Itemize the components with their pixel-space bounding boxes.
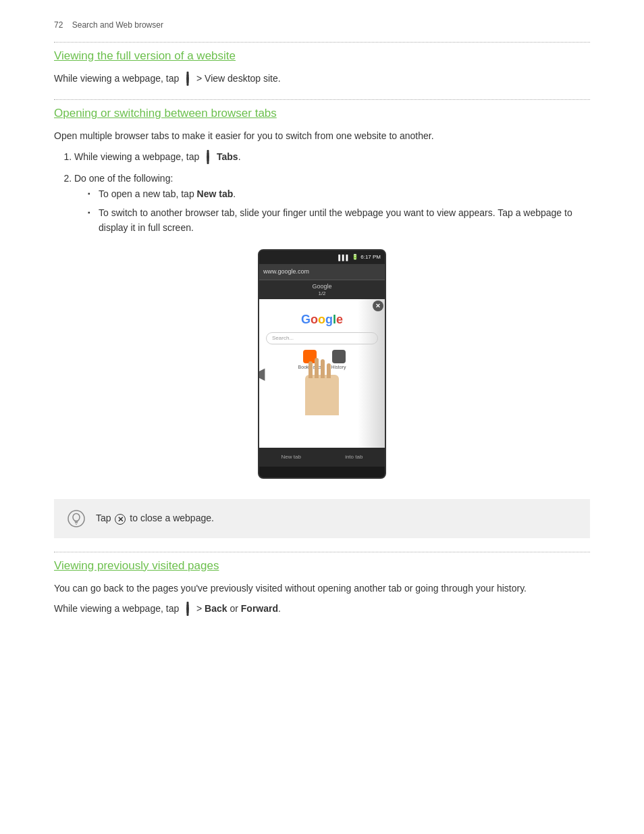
into-tab-label: into tab [345, 454, 363, 460]
steps-list: While viewing a webpage, tap Tabs. Do on… [74, 149, 590, 236]
phone-screenshot: ▌▌▌ 🔋 6:17 PM www.google.com Google 1/2 … [258, 249, 386, 479]
divider-2 [54, 99, 590, 100]
section1-body: While viewing a webpage, tap > View desk… [54, 71, 590, 86]
phone-bottom-bar: New tab into tab [259, 448, 385, 467]
tab-label: Google 1/2 [259, 280, 385, 299]
bullet-2: To switch to another browser tab, slide … [88, 205, 590, 236]
tip-text-content: Tap ✕ to close a webpage. [96, 511, 214, 525]
bookmark-icon-2 [332, 350, 346, 363]
battery-icon: 🔋 [352, 254, 358, 260]
section2-title: Opening or switching between browser tab… [54, 107, 590, 120]
tip-icon [66, 509, 86, 529]
divider-3 [54, 552, 590, 552]
chapter-title: Search and Web browser [72, 20, 163, 30]
second-tab-preview [358, 299, 385, 448]
screenshot-container: ▌▌▌ 🔋 6:17 PM www.google.com Google 1/2 … [54, 249, 590, 479]
menu-icon-2 [203, 153, 213, 162]
section-opening-tabs: Opening or switching between browser tab… [54, 107, 590, 478]
section3-title: Viewing previously visited pages [54, 559, 590, 573]
status-time: 6:17 PM [360, 254, 381, 260]
bulb-svg [68, 510, 85, 527]
bullet-1: To open a new tab, tap New tab. [88, 186, 590, 201]
phone-content-area: ✕ ◀ Google Search... Bookmarks [259, 299, 385, 448]
step-1: While viewing a webpage, tap Tabs. [74, 149, 590, 164]
signal-bars: ▌▌▌ [338, 254, 350, 261]
tip-box: Tap ✕ to close a webpage. [54, 499, 590, 538]
section3-instruction: While viewing a webpage, tap > Back or F… [54, 601, 590, 616]
bookmark-2: History [331, 350, 346, 369]
circled-x-icon: ✕ [115, 514, 126, 525]
step-2: Do one of the following: To open a new t… [74, 171, 590, 236]
divider-1 [54, 42, 590, 43]
url-text: www.google.com [263, 268, 309, 275]
phone-status-bar: ▌▌▌ 🔋 6:17 PM [259, 251, 385, 264]
section2-intro: Open multiple browser tabs to make it ea… [54, 128, 590, 143]
page-number-line: 72 Search and Web browser [54, 20, 590, 30]
section3-body: You can go back to the pages you've prev… [54, 581, 590, 596]
page-number: 72 [54, 20, 63, 30]
section-previously-visited: Viewing previously visited pages You can… [54, 559, 590, 617]
menu-icon-3 [183, 604, 192, 614]
hand-graphic [305, 375, 339, 415]
bullet-list: To open a new tab, tap New tab. To switc… [88, 186, 590, 236]
menu-icon-1 [183, 74, 192, 84]
phone-url-bar: www.google.com [259, 264, 385, 280]
swipe-arrow-icon: ◀ [259, 364, 265, 383]
new-tab-label: New tab [281, 454, 301, 460]
close-button: ✕ [373, 301, 383, 311]
svg-point-1 [73, 513, 80, 521]
section1-title: Viewing the full version of a website [54, 49, 590, 63]
section-viewing-full-version: Viewing the full version of a website Wh… [54, 49, 590, 86]
